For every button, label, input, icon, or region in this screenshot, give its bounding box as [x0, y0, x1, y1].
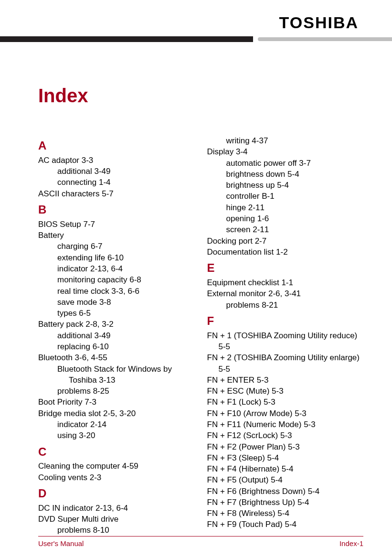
index-subentry: problems 8-10 [38, 525, 195, 536]
header-bar-dark [0, 36, 253, 42]
index-subentry: brightness up 5-4 [207, 180, 364, 191]
footer-right: Index-1 [339, 539, 363, 549]
section-letter-c: C [38, 444, 195, 460]
index-entry: Bridge media slot 2-5, 3-20 [38, 408, 195, 419]
index-entry: FN + F10 (Arrow Mode) 5-3 [207, 408, 364, 419]
section-letter-e: E [207, 260, 364, 276]
page-title: Index [38, 85, 363, 107]
index-entry: DVD Super Multi drive [38, 514, 195, 525]
index-entry: FN + 1 (TOSHIBA Zooming Utility reduce) [207, 330, 364, 341]
index-subentry: save mode 3-8 [38, 297, 195, 308]
index-columns: A AC adaptor 3-3 additional 3-49 connect… [38, 135, 363, 536]
section-letter-f: F [207, 313, 364, 329]
index-subentry: problems 8-25 [38, 386, 195, 397]
brand-logo: TOSHIBA [279, 13, 359, 32]
index-subentry: screen 2-11 [207, 224, 364, 235]
index-entry: AC adaptor 3-3 [38, 155, 195, 166]
index-subentry: hinge 2-11 [207, 202, 364, 213]
index-continuation: 5-5 [207, 364, 364, 375]
index-entry: FN + F1 (Lock) 5-3 [207, 397, 364, 408]
index-subentry: connecting 1-4 [38, 177, 195, 188]
index-continuation: 5-5 [207, 341, 364, 352]
index-entry: FN + F11 (Numeric Mode) 5-3 [207, 419, 364, 430]
index-subentry: indicator 2-14 [38, 419, 195, 430]
index-entry: Cleaning the computer 4-59 [38, 461, 195, 472]
index-entry: Docking port 2-7 [207, 236, 364, 247]
index-entry: Boot Priority 7-3 [38, 397, 195, 408]
index-entry: FN + F5 (Output) 5-4 [207, 474, 364, 485]
index-subentry: using 3-20 [38, 430, 195, 441]
index-entry: FN + F12 (ScrLock) 5-3 [207, 430, 364, 441]
header-bar-light [258, 37, 392, 41]
index-entry: Display 3-4 [207, 146, 364, 157]
index-entry: FN + F6 (Brightness Down) 5-4 [207, 486, 364, 497]
index-subentry: additional 3-49 [38, 166, 195, 177]
index-subentry: automatic power off 3-7 [207, 158, 364, 169]
index-entry: FN + ENTER 5-3 [207, 375, 364, 386]
page: { "brand": "TOSHIBA", "title": "Index", … [0, 0, 392, 558]
index-sub2entry: Toshiba 3-13 [38, 375, 195, 386]
content-area: Index A AC adaptor 3-3 additional 3-49 c… [38, 85, 363, 520]
index-entry: Battery pack 2-8, 3-2 [38, 319, 195, 330]
index-entry: FN + F3 (Sleep) 5-4 [207, 452, 364, 463]
section-letter-b: B [38, 202, 195, 218]
index-entry: FN + F4 (Hibernate) 5-4 [207, 463, 364, 474]
footer: User's Manual Index-1 [38, 536, 363, 549]
index-subentry: types 6-5 [38, 308, 195, 319]
index-subentry: real time clock 3-3, 6-6 [38, 286, 195, 297]
index-subentry: writing 4-37 [207, 135, 364, 146]
index-entry: Documentation list 1-2 [207, 247, 364, 258]
index-entry: FN + ESC (Mute) 5-3 [207, 386, 364, 397]
index-entry: External monitor 2-6, 3-41 [207, 288, 364, 299]
left-column: A AC adaptor 3-3 additional 3-49 connect… [38, 135, 195, 536]
index-subentry: Bluetooth Stack for Windows by [38, 364, 195, 375]
index-subentry: monitoring capacity 6-8 [38, 274, 195, 285]
index-subentry: controller B-1 [207, 191, 364, 202]
section-letter-d: D [38, 486, 195, 502]
right-column: writing 4-37 Display 3-4 automatic power… [207, 135, 364, 536]
index-subentry: opening 1-6 [207, 213, 364, 224]
index-subentry: problems 8-21 [207, 300, 364, 311]
index-subentry: charging 6-7 [38, 241, 195, 252]
index-entry: FN + F9 (Touch Pad) 5-4 [207, 519, 364, 530]
index-subentry: replacing 6-10 [38, 341, 195, 352]
index-entry: Battery [38, 230, 195, 241]
index-entry: Bluetooth 3-6, 4-55 [38, 352, 195, 363]
index-subentry: extending life 6-10 [38, 252, 195, 263]
index-entry: FN + 2 (TOSHIBA Zooming Utility enlarge) [207, 352, 364, 363]
index-entry: ASCII characters 5-7 [38, 188, 195, 199]
index-subentry: additional 3-49 [38, 330, 195, 341]
index-entry: FN + F7 (Brightness Up) 5-4 [207, 497, 364, 508]
index-entry: Cooling vents 2-3 [38, 472, 195, 483]
index-entry: FN + F2 (Power Plan) 5-3 [207, 441, 364, 452]
index-entry: Equipment checklist 1-1 [207, 277, 364, 288]
index-subentry: brightness down 5-4 [207, 169, 364, 180]
index-subentry: indicator 2-13, 6-4 [38, 263, 195, 274]
footer-left: User's Manual [38, 539, 84, 549]
index-entry: BIOS Setup 7-7 [38, 219, 195, 230]
section-letter-a: A [38, 138, 195, 154]
index-entry: FN + F8 (Wireless) 5-4 [207, 508, 364, 519]
index-entry: DC IN indicator 2-13, 6-4 [38, 503, 195, 514]
